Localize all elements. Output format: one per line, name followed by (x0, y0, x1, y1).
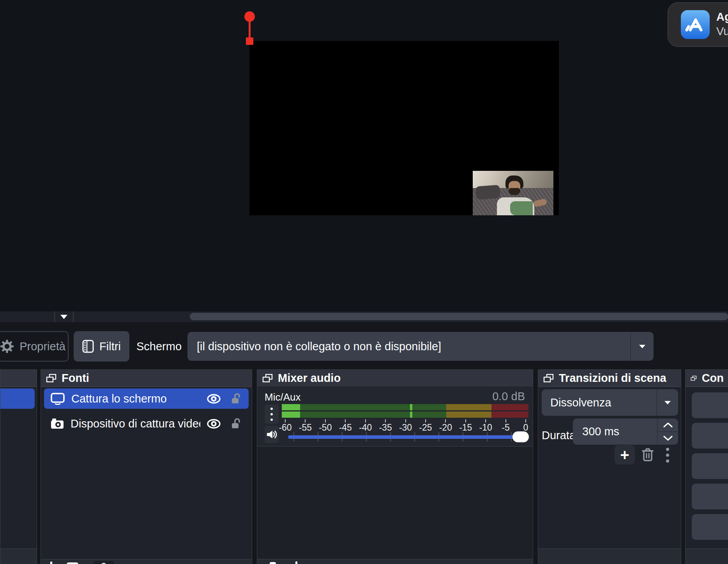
scene-list-item-selected[interactable] (0, 388, 35, 409)
control-button[interactable] (692, 514, 728, 540)
scenes-panel-footer (0, 548, 37, 564)
speaker-icon (266, 429, 277, 440)
mixer-panel-footer (257, 559, 533, 564)
mixer-footer-kebab-icon[interactable] (295, 561, 297, 564)
controls-panel-header[interactable]: Con (686, 370, 728, 387)
mixer-footer-icon[interactable] (270, 562, 276, 564)
notification-title: Ag (716, 10, 728, 24)
device-combobox-arrow[interactable] (630, 332, 654, 361)
couch-pillow (475, 185, 500, 200)
meter-tick-marks (285, 419, 526, 422)
source-label: Cattura lo schermo (71, 392, 200, 405)
selection-handle-dot[interactable] (244, 11, 255, 22)
sources-panel-title: Fonti (62, 372, 89, 385)
step-down-button[interactable] (658, 431, 678, 445)
transition-combobox[interactable]: Dissolvenza (542, 389, 678, 416)
panel-icon (46, 374, 57, 383)
mixer-options-button[interactable] (265, 404, 279, 424)
properties-button[interactable]: Proprietà (0, 331, 69, 362)
unlock-icon[interactable] (231, 418, 242, 430)
properties-button-label: Proprietà (19, 340, 65, 353)
volume-slider[interactable] (288, 431, 529, 443)
mixer-panel-header[interactable]: Mixer audio (257, 370, 533, 387)
scenes-panel-header[interactable] (0, 370, 37, 387)
step-up-button[interactable] (658, 419, 678, 431)
collapse-arrow-button[interactable] (55, 311, 73, 322)
selection-handle-stem (249, 21, 251, 38)
preview-canvas[interactable]: Ag Vu (0, 0, 728, 311)
mixer-panel-title: Mixer audio (278, 372, 341, 385)
meter-peak (410, 404, 412, 410)
duration-label: Durata (542, 422, 571, 449)
selection-handle-square[interactable] (246, 37, 253, 45)
filters-button-label: Filtri (99, 340, 121, 353)
duration-steppers (657, 419, 678, 445)
meter-peak (410, 411, 412, 418)
sources-panel-header[interactable]: Fonti (41, 370, 252, 387)
unlock-icon[interactable] (231, 393, 242, 405)
audio-level-meter (282, 404, 528, 419)
control-button[interactable] (692, 484, 728, 509)
notification-subtitle: Vu (716, 24, 728, 39)
divider (73, 311, 74, 322)
macos-notification[interactable]: Ag Vu (668, 2, 728, 47)
slider-thumb[interactable] (512, 431, 529, 442)
obs-window: Ag Vu (0, 0, 728, 564)
scrollbar-thumb[interactable] (190, 313, 728, 320)
mixer-channel-db-value: 0.0 dB (492, 390, 525, 403)
source-name-label: Schermo (134, 331, 184, 362)
chevron-down-icon (639, 345, 645, 348)
filters-button[interactable]: Filtri (74, 331, 129, 362)
panel-icon (691, 374, 697, 383)
dock-area: Fonti Cattura lo schermo (0, 369, 728, 564)
source-row-screen-capture[interactable]: Cattura lo schermo (44, 388, 249, 409)
display-icon (50, 392, 65, 405)
transition-options-button[interactable] (666, 448, 669, 463)
add-source-icon[interactable] (50, 562, 52, 564)
preview-scrollbar-row (0, 311, 728, 323)
device-combobox-value: [il dispositivo non è collegato o non è … (187, 340, 441, 353)
add-transition-button[interactable]: + (615, 445, 635, 465)
transition-combobox-value: Dissolvenza (542, 396, 611, 409)
transitions-panel-title: Transizioni di scena (559, 372, 666, 385)
control-button[interactable] (692, 392, 728, 418)
person-beard (509, 188, 520, 195)
source-properties-button[interactable] (93, 561, 114, 564)
meter-channel (282, 411, 528, 418)
transition-combobox-arrow[interactable] (656, 389, 678, 416)
slider-track[interactable] (288, 435, 529, 439)
controls-panel: Con (685, 369, 728, 564)
mixer-channel-name: Mic/Aux (265, 391, 300, 403)
notification-text: Ag Vu (716, 10, 728, 39)
chevron-down-icon (663, 436, 673, 441)
kebab-icon (270, 408, 273, 410)
kebab-icon (666, 448, 669, 451)
transitions-panel-footer (538, 548, 681, 564)
chevron-down-icon (664, 401, 671, 404)
eye-icon[interactable] (207, 394, 221, 404)
controls-panel-footer (686, 548, 728, 564)
meter-channel (282, 404, 528, 410)
trash-icon (641, 448, 654, 462)
app-store-icon (681, 10, 710, 39)
transitions-panel: Transizioni di scena Dissolvenza Durata … (538, 369, 681, 564)
source-row-video-capture[interactable]: Dispositivo di cattura video (44, 413, 249, 434)
duration-value: 300 ms (573, 425, 619, 438)
mixer-channel-mic-aux: Mic/Aux 0.0 dB -60-55-50-45-40-35-30-25-… (257, 387, 533, 447)
scenes-panel (0, 369, 37, 564)
eye-icon[interactable] (207, 419, 221, 429)
control-button[interactable] (692, 423, 728, 449)
controls-panel-title: Con (702, 372, 724, 385)
sources-panel: Fonti Cattura lo schermo (41, 369, 252, 564)
remove-transition-button[interactable] (640, 447, 655, 463)
duration-spinbox[interactable]: 300 ms (573, 419, 678, 445)
mute-button[interactable] (265, 426, 279, 443)
webcam-pip[interactable] (473, 171, 553, 215)
control-button[interactable] (692, 453, 728, 479)
gear-icon (0, 339, 14, 353)
source-toolbar: Proprietà Filtri Schermo [il dispositivo… (0, 322, 728, 369)
remove-source-icon[interactable] (67, 562, 78, 564)
device-combobox[interactable]: [il dispositivo non è collegato o non è … (187, 332, 654, 361)
transitions-panel-header[interactable]: Transizioni di scena (538, 370, 681, 387)
mixer-panel: Mixer audio Mic/Aux 0.0 dB -60-55-50-45-… (257, 369, 533, 564)
